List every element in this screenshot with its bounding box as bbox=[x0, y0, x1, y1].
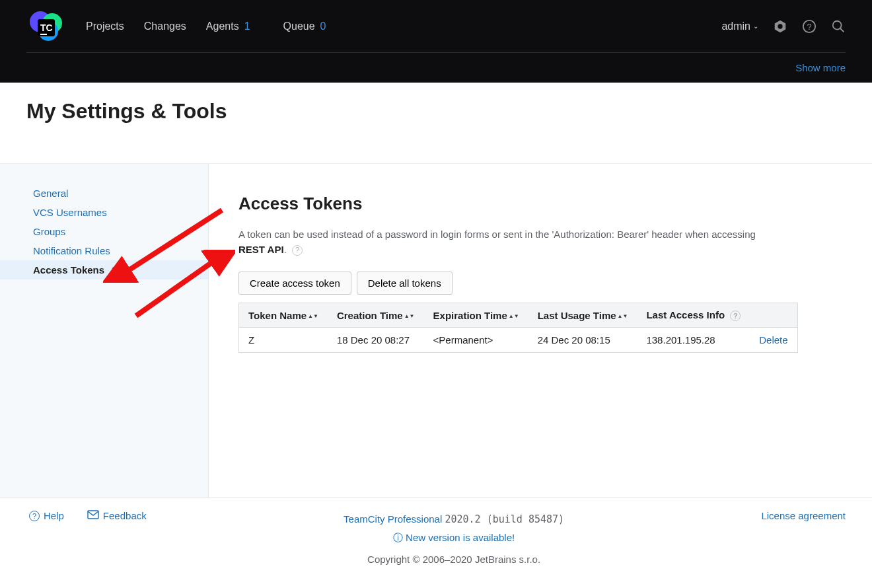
info-icon: ⓘ bbox=[393, 532, 403, 543]
sort-icon: ▲▼ bbox=[308, 314, 318, 318]
copyright: Copyright © 2006–2020 JetBrains s.r.o. bbox=[147, 550, 762, 568]
page-body: General VCS Usernames Groups Notificatio… bbox=[0, 164, 872, 497]
help-inline-icon[interactable]: ? bbox=[730, 311, 741, 321]
desc-bold: REST API bbox=[238, 244, 284, 255]
tokens-table: Token Name▲▼ Creation Time▲▼ Expiration … bbox=[238, 303, 798, 353]
sidebar-item-label: Notification Rules bbox=[33, 245, 110, 256]
footer: ? Help Feedback TeamCity Professional 20… bbox=[0, 497, 872, 571]
nav-queue-count: 0 bbox=[320, 20, 326, 32]
top-bar-main: TC Projects Changes Agents 1 Queue 0 adm… bbox=[26, 0, 846, 53]
sidebar-item-label: VCS Usernames bbox=[33, 207, 107, 218]
top-bar-sub: Show more bbox=[26, 53, 846, 83]
search-icon[interactable] bbox=[831, 19, 846, 34]
nav-agents[interactable]: Agents 1 bbox=[206, 20, 250, 32]
col-actions bbox=[750, 303, 797, 328]
col-last-access-info: Last Access Info ? bbox=[637, 303, 750, 328]
show-more-link[interactable]: Show more bbox=[795, 62, 846, 73]
col-creation-time[interactable]: Creation Time▲▼ bbox=[328, 303, 424, 328]
nav-changes-label: Changes bbox=[144, 20, 186, 32]
svg-point-7 bbox=[778, 24, 782, 28]
create-access-token-button[interactable]: Create access token bbox=[238, 272, 351, 295]
nav-queue-label: Queue bbox=[283, 20, 315, 32]
sort-icon: ▲▼ bbox=[404, 314, 415, 318]
cell-creation-time: 18 Dec 20 08:27 bbox=[328, 328, 424, 353]
sidebar-item-groups[interactable]: Groups bbox=[0, 222, 208, 241]
col-last-usage-time[interactable]: Last Usage Time▲▼ bbox=[528, 303, 637, 328]
product-version: 2020.2 (build 85487) bbox=[445, 513, 564, 525]
user-menu[interactable]: admin ⌄ bbox=[721, 20, 758, 32]
top-bar: TC Projects Changes Agents 1 Queue 0 adm… bbox=[0, 0, 872, 83]
sidebar-item-access-tokens[interactable]: Access Tokens 1 bbox=[0, 260, 208, 279]
cell-last-access-info: 138.201.195.28 bbox=[637, 328, 750, 353]
license-agreement-link[interactable]: License agreement bbox=[761, 510, 846, 521]
delete-all-tokens-button[interactable]: Delete all tokens bbox=[357, 272, 453, 295]
svg-point-10 bbox=[833, 20, 842, 29]
title-bar: My Settings & Tools bbox=[0, 83, 872, 164]
mail-icon bbox=[87, 510, 99, 521]
svg-rect-14 bbox=[88, 511, 98, 519]
top-bar-right: admin ⌄ ? bbox=[721, 19, 846, 34]
sidebar-item-label: General bbox=[33, 188, 68, 199]
table-row: Z 18 Dec 20 08:27 <Permanent> 24 Dec 20 … bbox=[239, 328, 798, 353]
footer-center: TeamCity Professional 2020.2 (build 8548… bbox=[147, 510, 762, 568]
cell-token-name: Z bbox=[239, 328, 328, 353]
desc-pre: A token can be used instead of a passwor… bbox=[238, 229, 756, 240]
sidebar-item-notification-rules[interactable]: Notification Rules bbox=[0, 241, 208, 260]
col-label: Token Name bbox=[248, 310, 307, 321]
help-icon: ? bbox=[29, 511, 40, 521]
main-nav: Projects Changes Agents 1 Queue 0 bbox=[86, 20, 721, 32]
col-expiration-time[interactable]: Expiration Time▲▼ bbox=[424, 303, 528, 328]
col-label: Last Usage Time bbox=[538, 310, 616, 321]
sidebar-item-badge: 1 bbox=[111, 265, 116, 276]
sidebar-item-label: Access Tokens bbox=[33, 264, 104, 276]
col-label: Creation Time bbox=[337, 310, 403, 321]
col-label: Last Access Info bbox=[646, 309, 725, 320]
sort-icon: ▲▼ bbox=[618, 314, 628, 318]
logo-icon: TC bbox=[28, 9, 64, 44]
nav-changes[interactable]: Changes bbox=[144, 20, 186, 32]
nav-agents-label: Agents bbox=[206, 20, 239, 32]
user-name: admin bbox=[721, 20, 750, 32]
nav-projects[interactable]: Projects bbox=[86, 20, 124, 32]
footer-help-label: Help bbox=[44, 510, 64, 521]
nav-agents-count: 1 bbox=[244, 20, 250, 32]
section-heading: Access Tokens bbox=[238, 194, 846, 214]
product-link[interactable]: TeamCity Professional bbox=[344, 513, 442, 525]
svg-line-11 bbox=[840, 28, 844, 32]
help-icon[interactable]: ? bbox=[802, 19, 817, 34]
settings-sidebar: General VCS Usernames Groups Notificatio… bbox=[0, 164, 209, 497]
footer-feedback-label: Feedback bbox=[103, 510, 147, 521]
teamcity-logo[interactable]: TC bbox=[26, 7, 66, 46]
sidebar-item-vcs-usernames[interactable]: VCS Usernames bbox=[0, 203, 208, 222]
tokens-table-head: Token Name▲▼ Creation Time▲▼ Expiration … bbox=[239, 303, 798, 328]
sidebar-item-general[interactable]: General bbox=[0, 184, 208, 203]
main-content: Access Tokens A token can be used instea… bbox=[209, 164, 872, 497]
action-buttons: Create access token Delete all tokens bbox=[238, 272, 846, 295]
col-label: Expiration Time bbox=[433, 310, 507, 321]
svg-rect-5 bbox=[40, 34, 47, 35]
svg-text:TC: TC bbox=[40, 22, 53, 33]
delete-token-link[interactable]: Delete bbox=[759, 334, 787, 346]
footer-left: ? Help Feedback bbox=[26, 510, 147, 521]
page-title: My Settings & Tools bbox=[26, 99, 846, 124]
sidebar-item-label: Groups bbox=[33, 226, 65, 237]
footer-feedback-link[interactable]: Feedback bbox=[87, 510, 147, 521]
sort-icon: ▲▼ bbox=[509, 314, 519, 318]
col-token-name[interactable]: Token Name▲▼ bbox=[239, 303, 328, 328]
section-description: A token can be used instead of a passwor… bbox=[238, 227, 780, 257]
svg-text:?: ? bbox=[807, 21, 811, 31]
chevron-down-icon: ⌄ bbox=[753, 22, 758, 30]
footer-help-link[interactable]: ? Help bbox=[26, 510, 64, 521]
cell-expiration-time: <Permanent> bbox=[424, 328, 528, 353]
cell-last-usage-time: 24 Dec 20 08:15 bbox=[528, 328, 637, 353]
desc-post: . bbox=[284, 244, 287, 255]
nav-projects-label: Projects bbox=[86, 20, 124, 32]
help-inline-icon[interactable]: ? bbox=[292, 245, 303, 256]
admin-gear-icon[interactable] bbox=[773, 19, 787, 34]
new-version-link[interactable]: New version is available! bbox=[406, 532, 515, 543]
nav-queue[interactable]: Queue 0 bbox=[283, 20, 326, 32]
